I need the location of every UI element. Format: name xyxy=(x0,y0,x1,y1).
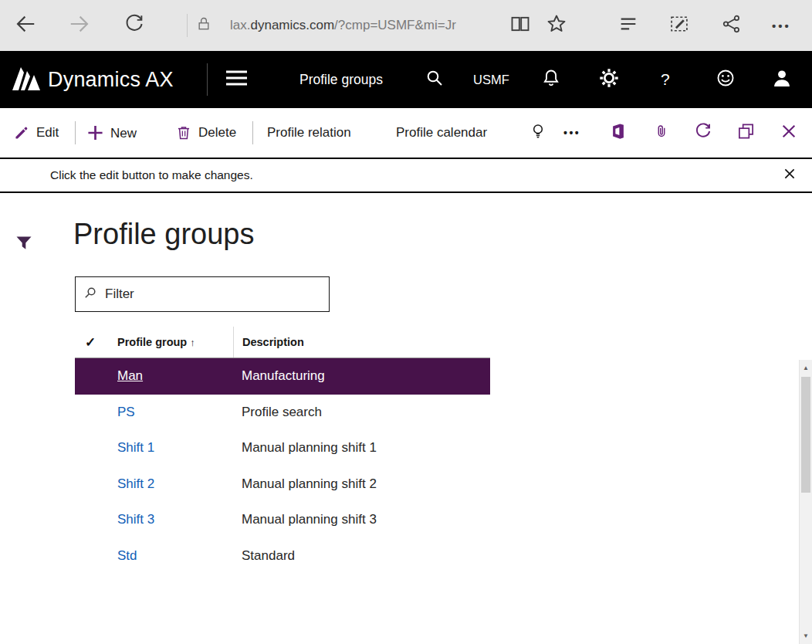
edit-pencil-icon xyxy=(14,125,29,141)
message-close-button[interactable] xyxy=(783,167,797,184)
hub-icon xyxy=(617,13,639,35)
company-selector[interactable]: USMF xyxy=(473,73,509,87)
reading-view-icon xyxy=(509,13,531,35)
select-column-check-icon[interactable]: ✓ xyxy=(85,335,96,350)
attach-button[interactable] xyxy=(654,122,669,144)
share-button[interactable] xyxy=(721,13,743,38)
url-domain: dynamics.com xyxy=(250,18,334,32)
web-note-icon xyxy=(668,13,690,35)
favorites-button[interactable] xyxy=(545,12,568,39)
plus-icon xyxy=(87,125,103,141)
profile-group-link[interactable]: Shift 2 xyxy=(117,476,154,492)
help-button[interactable]: ? xyxy=(661,70,670,89)
profile-group-link[interactable]: Shift 3 xyxy=(117,512,154,527)
close-icon xyxy=(783,167,797,181)
open-in-new-window-button[interactable] xyxy=(737,123,755,144)
close-page-button[interactable] xyxy=(780,123,797,143)
grid-header: ✓ Profile group ↑ Description xyxy=(75,327,490,358)
account-button[interactable] xyxy=(771,67,793,92)
profile-relation-button[interactable]: Profile relation xyxy=(267,125,351,141)
lightbulb-icon xyxy=(529,122,546,141)
smiley-icon xyxy=(716,68,736,88)
paperclip-icon xyxy=(654,122,669,141)
ideas-button[interactable] xyxy=(529,122,546,144)
page-title: Profile groups xyxy=(73,218,254,251)
more-commands-button[interactable]: ••• xyxy=(563,127,580,139)
feedback-button[interactable] xyxy=(716,68,736,91)
settings-button[interactable] xyxy=(599,68,619,91)
delete-label: Delete xyxy=(198,125,236,141)
back-button[interactable] xyxy=(14,12,37,39)
description-cell: Manual planning shift 2 xyxy=(242,476,377,491)
table-row[interactable]: Shift 2 Manual planning shift 2 xyxy=(75,466,490,503)
column-header-profile-group[interactable]: Profile group ↑ xyxy=(117,336,233,348)
profile-group-link[interactable]: PS xyxy=(117,405,135,420)
url-path: /?cmp=USMF&mi=Jr xyxy=(334,18,456,32)
bell-icon xyxy=(541,68,561,88)
refresh-icon xyxy=(694,122,712,141)
action-divider xyxy=(75,121,76,144)
profile-group-link[interactable]: Shift 1 xyxy=(117,440,154,456)
table-row[interactable]: Man Manufacturing xyxy=(75,358,490,395)
browser-more-button[interactable]: ••• xyxy=(772,19,791,32)
search-button[interactable] xyxy=(425,69,444,90)
profile-groups-grid: ✓ Profile group ↑ Description Man Manufa… xyxy=(75,327,490,574)
edit-button[interactable]: Edit xyxy=(14,125,59,141)
description-cell: Manual planning shift 3 xyxy=(242,512,377,527)
forward-arrow-icon xyxy=(68,12,91,36)
hub-button[interactable] xyxy=(617,13,639,38)
profile-group-link[interactable]: Man xyxy=(117,368,143,384)
nav-divider xyxy=(207,63,208,96)
table-row[interactable]: Std Standard xyxy=(75,538,490,575)
scroll-down-icon[interactable]: ▼ xyxy=(800,632,812,639)
profile-group-link[interactable]: Std xyxy=(117,548,137,564)
description-cell: Profile search xyxy=(242,405,322,419)
filter-funnel-button[interactable] xyxy=(15,235,32,255)
reading-view-button[interactable] xyxy=(509,13,531,38)
lock-icon xyxy=(196,15,211,36)
dynamics-nav-bar: Dynamics AX Profile groups USMF ? xyxy=(0,51,812,108)
description-cell: Manual planning shift 1 xyxy=(242,440,377,455)
share-icon xyxy=(721,13,743,35)
action-pane: Edit New Delete Profile relation Profile… xyxy=(0,108,812,158)
new-label: New xyxy=(110,125,137,141)
filter-input[interactable] xyxy=(103,286,311,303)
forward-button[interactable] xyxy=(68,12,91,39)
refresh-button[interactable] xyxy=(123,13,145,38)
description-header-label: Description xyxy=(242,336,304,348)
scroll-thumb[interactable] xyxy=(801,377,810,493)
scroll-up-icon[interactable]: ▲ xyxy=(800,364,812,371)
browser-chrome: lax.dynamics.com/?cmp=USMF&mi=Jr ••• xyxy=(0,0,812,51)
hamburger-menu-button[interactable] xyxy=(226,70,247,90)
edit-label: Edit xyxy=(36,125,59,141)
brand-title: Dynamics AX xyxy=(48,68,174,92)
profile-group-header-label: Profile group xyxy=(117,336,187,348)
notifications-button[interactable] xyxy=(541,68,561,91)
gear-icon xyxy=(599,68,619,88)
description-cell: Standard xyxy=(242,548,295,563)
office-icon xyxy=(610,122,627,141)
refresh-icon xyxy=(123,13,145,35)
hamburger-icon xyxy=(226,70,247,86)
delete-button[interactable]: Delete xyxy=(176,124,236,141)
back-arrow-icon xyxy=(14,12,37,36)
profile-calendar-button[interactable]: Profile calendar xyxy=(396,125,487,141)
column-header-description[interactable]: Description xyxy=(233,327,490,358)
sort-ascending-icon: ↑ xyxy=(190,337,195,348)
refresh-page-button[interactable] xyxy=(694,122,712,144)
message-bar: Click the edit button to make changes. xyxy=(0,158,812,193)
table-row[interactable]: PS Profile search xyxy=(75,395,490,431)
message-text: Click the edit button to make changes. xyxy=(50,168,253,182)
trash-icon xyxy=(176,124,191,141)
vertical-scrollbar[interactable]: ▲ ▼ xyxy=(799,360,812,644)
address-bar[interactable]: lax.dynamics.com/?cmp=USMF&mi=Jr xyxy=(230,18,456,33)
table-row[interactable]: Shift 1 Manual planning shift 1 xyxy=(75,430,490,466)
new-button[interactable]: New xyxy=(87,125,137,141)
person-icon xyxy=(771,67,793,89)
office-button[interactable] xyxy=(610,122,627,144)
filter-search-icon xyxy=(84,286,96,302)
close-icon xyxy=(780,123,797,140)
table-row[interactable]: Shift 3 Manual planning shift 3 xyxy=(75,502,490,538)
funnel-icon xyxy=(15,235,32,252)
web-note-button[interactable] xyxy=(668,13,690,38)
